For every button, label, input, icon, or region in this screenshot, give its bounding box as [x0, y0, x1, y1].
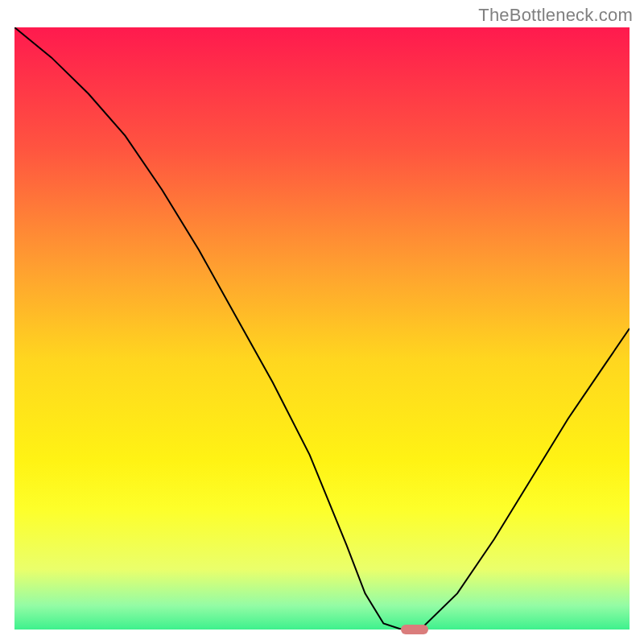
- watermark-text: TheBottleneck.com: [478, 5, 633, 26]
- optimal-point-marker: [401, 625, 428, 634]
- svg-rect-0: [14, 27, 630, 630]
- chart-background-gradient: [14, 27, 630, 630]
- chart-stage: TheBottleneck.com: [0, 0, 644, 644]
